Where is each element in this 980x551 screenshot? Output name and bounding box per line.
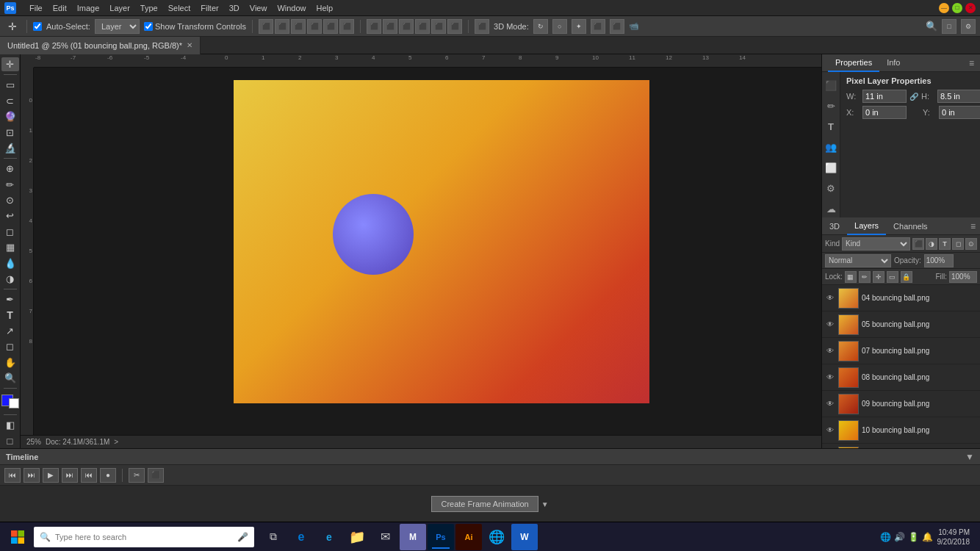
tl-next-frame[interactable]: ⏭ [62,468,78,483]
menu-filter[interactable]: Filter [196,2,223,14]
lock-position[interactable]: ✛ [873,271,884,283]
eraser-tool[interactable]: ◻ [1,225,19,239]
taskbar-firefox[interactable]: 🌐 [483,524,510,550]
crop-tool[interactable]: ⊡ [1,125,19,139]
close-button[interactable]: ✕ [965,3,976,13]
microphone-icon[interactable]: 🎤 [237,532,248,542]
layer-eye-07[interactable]: 👁 [825,346,835,356]
shape-tool[interactable]: ◻ [1,339,19,353]
lock-paint[interactable]: ✏ [859,271,871,283]
document-tab-close[interactable]: ✕ [187,41,192,49]
taskbar-ie[interactable]: e [316,524,342,550]
layer-item-10[interactable]: 👁 10 bouncing ball.png [822,417,980,444]
taskbar-edge[interactable]: e [288,524,314,550]
layer-item-05[interactable]: 👁 05 bouncing ball.png [822,311,980,338]
taskbar-photoshop[interactable]: Ps [428,524,454,550]
height-input[interactable] [937,90,980,103]
history-brush[interactable]: ↩ [1,209,19,223]
align-right[interactable]: ⬛ [291,19,306,34]
menu-help[interactable]: Help [312,2,338,14]
tl-first-frame[interactable]: ⏮ [4,468,21,483]
move-tool[interactable]: ✛ [1,57,19,71]
align-left[interactable]: ⬛ [259,19,273,34]
tab-info[interactable]: Info [879,54,907,72]
lock-all[interactable]: 🔒 [901,271,912,283]
tab-channels[interactable]: Channels [886,217,934,235]
align-center-h[interactable]: ⬛ [275,19,289,34]
menu-3d[interactable]: 3D [225,2,244,14]
filter-type-icon[interactable]: T [939,238,951,250]
align-center-v[interactable]: ⬛ [323,19,338,34]
dist-center-v[interactable]: ⬛ [431,19,446,34]
battery-icon[interactable]: 🔋 [908,532,919,542]
props-icon-settings[interactable]: ⚙ [822,179,840,197]
lasso-tool[interactable]: ⊂ [1,94,19,108]
layer-item-07[interactable]: 👁 07 bouncing ball.png [822,338,980,364]
minimize-button[interactable]: — [939,3,949,13]
maximize-button[interactable]: □ [952,3,962,13]
3d-slide[interactable]: ⬛ [591,19,605,34]
transform-btn[interactable]: ⬛ [475,19,489,34]
props-icon-art[interactable]: ⬜ [822,159,840,176]
3d-orbit[interactable]: ○ [552,19,567,34]
lock-transparency[interactable]: ▦ [845,271,857,283]
taskbar-clock[interactable]: 10:49 PM 9/20/2018 [937,527,970,547]
filter-type-select[interactable]: Kind Name Effect [842,237,910,251]
dist-top[interactable]: ⬛ [415,19,430,34]
layer-eye-05[interactable]: 👁 [825,320,835,330]
y-input[interactable] [939,106,980,119]
screen-mode[interactable]: □ [1,434,19,448]
search-icon[interactable]: 🔍 [926,21,937,32]
props-icon-pen[interactable]: ✏ [822,97,840,115]
network-icon[interactable]: 🌐 [880,532,891,542]
dist-left[interactable]: ⬛ [367,19,381,34]
zoom-tool[interactable]: 🔍 [1,371,19,385]
path-select[interactable]: ↗ [1,324,19,338]
menu-edit[interactable]: Edit [48,2,71,14]
show-transform-checkbox[interactable] [144,22,153,31]
notification-icon[interactable]: 🔔 [922,532,933,542]
tl-play[interactable]: ▶ [43,468,59,483]
link-icon[interactable]: 🔗 [909,93,918,101]
start-button[interactable] [4,524,31,550]
move-tool-icon[interactable]: ✛ [4,18,21,35]
taskbar-messaging[interactable]: M [400,524,426,550]
opacity-input[interactable] [924,254,954,267]
dist-right[interactable]: ⬛ [399,19,414,34]
filter-smart-icon[interactable]: ⊙ [965,238,977,250]
document-tab[interactable]: Untitled1 @ 25% (01 bouncing ball.png, R… [0,37,201,54]
props-icon-cloud[interactable]: ☁ [822,200,840,217]
props-icon-group[interactable]: 👥 [822,138,840,156]
menu-file[interactable]: File [25,2,47,14]
view-options[interactable]: □ [942,19,956,34]
volume-icon[interactable]: 🔊 [894,532,905,542]
taskbar-search-bar[interactable]: 🔍 🎤 [34,527,254,547]
menu-image[interactable]: Image [73,2,104,14]
tab-layers[interactable]: Layers [847,217,886,235]
pen-tool[interactable]: ✒ [1,292,19,306]
layers-menu-button[interactable]: ≡ [970,221,980,231]
props-icon-pixel[interactable]: ⬛ [822,76,840,94]
hand-tool[interactable]: ✋ [1,355,19,369]
background-color[interactable] [9,398,19,408]
panel-close[interactable]: ≡ [969,58,974,68]
dist-center-h[interactable]: ⬛ [383,19,397,34]
healing-tool[interactable]: ⊕ [1,162,19,176]
dist-bottom[interactable]: ⬛ [447,19,462,34]
tl-last-frame[interactable]: ⏮ [81,468,97,483]
props-icon-type[interactable]: T [822,118,840,135]
layer-eye-08[interactable]: 👁 [825,372,835,383]
tl-record[interactable]: ● [100,468,116,483]
taskbar-task-view[interactable]: ⧉ [260,524,287,550]
3d-pan[interactable]: ✦ [572,19,586,34]
canvas-wrapper[interactable]: -8 -7 -6 -5 -4 0 1 2 3 4 5 6 7 8 [21,54,821,435]
auto-select-checkbox[interactable] [33,22,42,31]
taskbar-illustrator[interactable]: Ai [455,524,482,550]
canvas-document[interactable] [234,80,649,403]
layer-select[interactable]: Layer Group [95,19,140,34]
layer-item-09[interactable]: 👁 09 bouncing ball.png [822,391,980,417]
filter-adj-icon[interactable]: ◑ [926,238,937,250]
quick-select-tool[interactable]: 🔮 [1,109,19,123]
taskbar-mail[interactable]: ✉ [372,524,398,550]
layer-item-08[interactable]: 👁 08 bouncing ball.png [822,364,980,391]
